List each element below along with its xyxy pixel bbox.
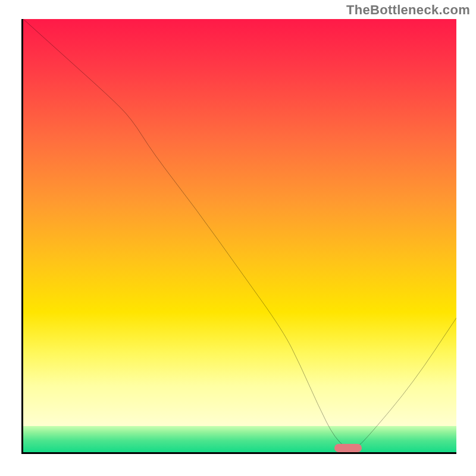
plot-area <box>21 19 456 454</box>
bottleneck-curve <box>23 19 456 452</box>
optimal-marker <box>334 444 362 452</box>
attribution-text: TheBottleneck.com <box>346 2 470 18</box>
chart-container: TheBottleneck.com <box>0 0 476 476</box>
